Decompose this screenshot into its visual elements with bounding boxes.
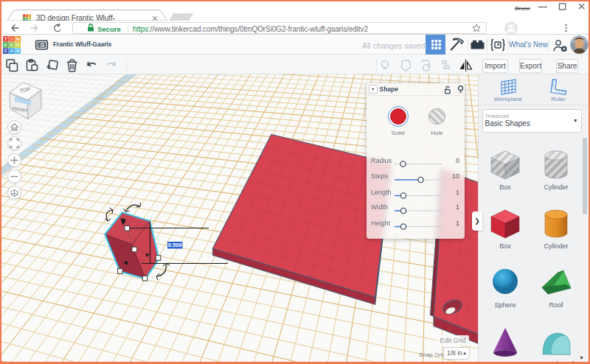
svg-text:D: D — [16, 48, 20, 53]
svg-text:I: I — [11, 36, 13, 41]
svg-text:K: K — [4, 42, 8, 47]
svg-text:R: R — [16, 42, 20, 47]
svg-text:0.500: 0.500 — [168, 242, 182, 248]
svg-text:A: A — [10, 48, 14, 53]
svg-text:C: C — [4, 48, 8, 53]
svg-text:T: T — [4, 36, 7, 41]
svg-text:E: E — [10, 42, 13, 47]
svg-text:N: N — [16, 36, 20, 41]
